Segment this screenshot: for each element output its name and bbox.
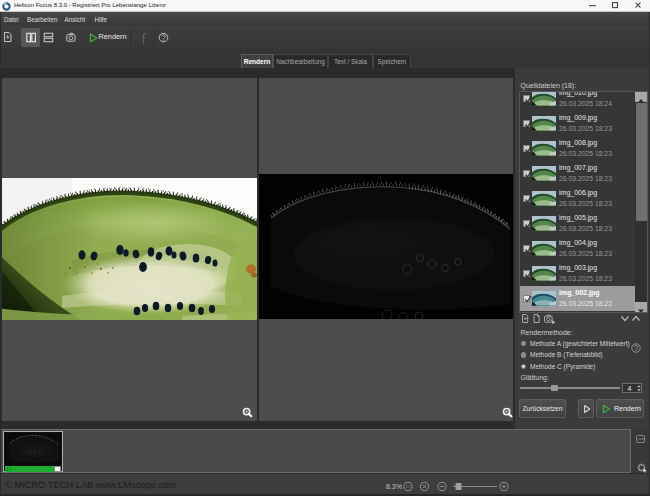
svg-text:1:1: 1:1 (406, 485, 411, 489)
